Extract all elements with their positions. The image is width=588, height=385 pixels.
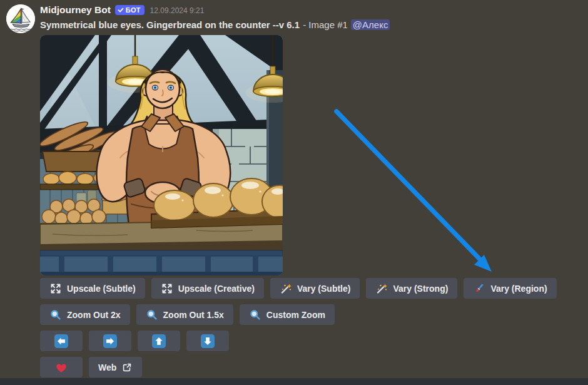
zoom-out-1-5x-button[interactable]: Zoom Out 1.5x <box>136 304 233 325</box>
action-row-1: Upscale (Subtle) Upscale (Creative) <box>40 278 578 299</box>
button-label: Web <box>98 362 116 372</box>
vary-strong-button[interactable]: Vary (Strong) <box>366 278 457 299</box>
message-header: Midjourney Bot БОТ 12.09.2024 9:21 <box>40 3 578 17</box>
generated-image[interactable] <box>40 35 283 275</box>
vary-subtle-button[interactable]: Vary (Subtle) <box>270 278 360 299</box>
arrow-left-icon <box>54 334 68 348</box>
upscale-creative-button[interactable]: Upscale (Creative) <box>151 278 264 299</box>
zoom-out-2x-button[interactable]: Zoom Out 2x <box>40 304 130 325</box>
bot-message: Midjourney Bot БОТ 12.09.2024 9:21 Symme… <box>6 3 569 377</box>
pan-left-button[interactable] <box>40 331 83 351</box>
button-label: Vary (Subtle) <box>297 284 351 294</box>
arrow-up-icon <box>152 334 166 348</box>
button-label: Custom Zoom <box>266 310 325 320</box>
button-label: Vary (Region) <box>490 284 547 294</box>
action-row-2: Zoom Out 2x Zoom Out 1.5x Custom Zoom <box>40 304 578 325</box>
favorite-button[interactable] <box>40 357 83 377</box>
bot-badge-label: БОТ <box>126 5 141 15</box>
magnifier-icon <box>146 309 158 321</box>
upscale-icon <box>161 282 173 295</box>
sailboat-icon <box>6 4 35 33</box>
message-input-bar[interactable] <box>0 378 588 385</box>
prompt-text: Symmetrical blue eyes. Gingerbread on th… <box>40 19 300 30</box>
paintbrush-icon <box>473 282 485 295</box>
button-label: Zoom Out 1.5x <box>163 310 224 320</box>
action-row-3 <box>40 331 578 351</box>
button-label: Upscale (Creative) <box>178 284 255 294</box>
vary-region-button[interactable]: Vary (Region) <box>464 278 556 299</box>
external-link-icon <box>121 362 133 373</box>
message-timestamp: 12.09.2024 9:21 <box>150 6 205 15</box>
user-mention[interactable]: @Алекс <box>351 19 390 30</box>
heart-icon <box>54 361 68 374</box>
bot-verified-badge: БОТ <box>115 5 144 15</box>
arrow-down-icon <box>201 334 215 348</box>
upscale-icon <box>49 282 62 295</box>
discord-chat-area: Midjourney Bot БОТ 12.09.2024 9:21 Symme… <box>0 0 588 385</box>
action-row-4: Web <box>40 357 578 377</box>
pan-up-button[interactable] <box>138 331 180 351</box>
magnifier-icon <box>249 309 261 321</box>
web-button[interactable]: Web <box>89 357 142 377</box>
button-label: Zoom Out 2x <box>67 310 121 320</box>
midjourney-avatar[interactable] <box>6 4 35 33</box>
prompt-line: Symmetrical blue eyes. Gingerbread on th… <box>40 18 578 31</box>
arrow-right-icon <box>103 334 117 348</box>
magic-wand-icon <box>375 282 388 295</box>
bot-name[interactable]: Midjourney Bot <box>40 4 111 16</box>
image-number-text: - Image #1 <box>303 19 348 30</box>
button-label: Vary (Strong) <box>393 284 448 294</box>
magic-wand-icon <box>280 282 292 295</box>
magnifier-icon <box>49 309 62 321</box>
bakery-scene <box>40 35 283 275</box>
upscale-subtle-button[interactable]: Upscale (Subtle) <box>40 278 145 299</box>
custom-zoom-button[interactable]: Custom Zoom <box>240 304 335 325</box>
check-icon <box>118 7 124 13</box>
pan-right-button[interactable] <box>89 331 131 351</box>
pan-down-button[interactable] <box>186 331 229 351</box>
button-label: Upscale (Subtle) <box>67 284 136 294</box>
